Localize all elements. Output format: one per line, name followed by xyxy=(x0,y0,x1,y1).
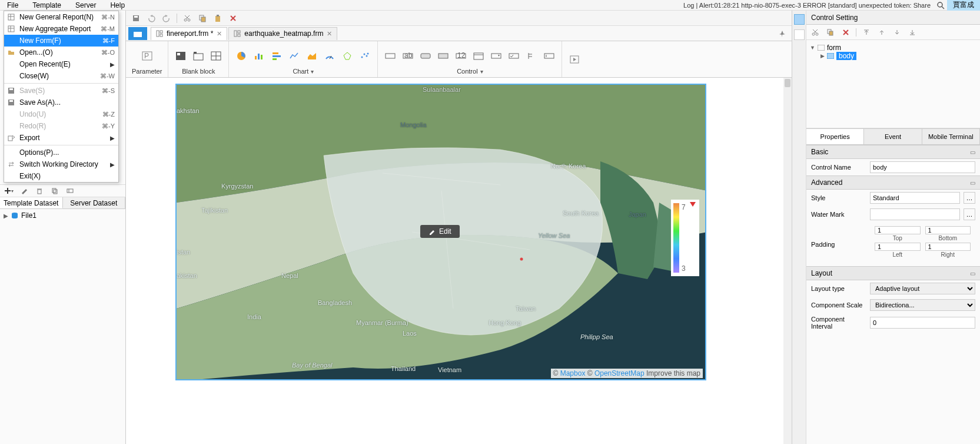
move-down-icon[interactable] xyxy=(892,27,902,38)
section-advanced[interactable]: Advanced▭ xyxy=(806,175,980,190)
home-tab[interactable] xyxy=(128,27,147,40)
pin-icon[interactable] xyxy=(779,30,789,37)
file-menu-item[interactable]: Switch Working Directory▶ xyxy=(4,158,118,170)
file-menu-item[interactable]: New General Report(N)⌘-N xyxy=(4,11,118,23)
scatter-chart-icon[interactable] xyxy=(358,49,371,62)
file-menu-item[interactable]: Exit(X) xyxy=(4,170,118,182)
padding-left-input[interactable] xyxy=(875,243,921,251)
component-interval-input[interactable] xyxy=(870,317,975,329)
checkcombo-icon[interactable] xyxy=(507,49,520,62)
rail-button-other[interactable] xyxy=(794,29,805,40)
file-menu-item[interactable]: Options(P)... xyxy=(4,147,118,158)
radar-chart-icon[interactable] xyxy=(341,49,354,62)
padding-bottom-input[interactable] xyxy=(925,226,971,234)
ctrl-delete-icon[interactable] xyxy=(841,27,851,38)
ribbon-parameter[interactable]: P Parameter xyxy=(126,41,168,77)
user-badge[interactable]: 賈富成 xyxy=(947,0,980,11)
style-browse-button[interactable]: … xyxy=(964,192,975,204)
paste-icon[interactable] xyxy=(212,13,223,24)
padding-right-input[interactable] xyxy=(925,243,971,251)
canvas-scrollbar[interactable] xyxy=(783,78,792,444)
cut-icon[interactable] xyxy=(182,13,192,24)
rail-button-control[interactable] xyxy=(794,14,805,25)
tab-properties[interactable]: Properties xyxy=(806,129,864,144)
ribbon-preview[interactable] xyxy=(562,41,587,77)
block-tab-icon[interactable] xyxy=(192,49,205,62)
file-menu-item[interactable]: Open...(O)⌘-O xyxy=(4,47,118,58)
close-tab-icon[interactable]: ✕ xyxy=(217,30,222,38)
move-top-icon[interactable] xyxy=(861,27,872,38)
close-tab-icon[interactable]: ✕ xyxy=(327,30,332,38)
mapbox-link[interactable]: Mapbox xyxy=(560,369,586,377)
add-dataset-icon[interactable]: ▾ xyxy=(4,185,14,196)
file-menu-item[interactable]: Save As(A)... xyxy=(4,97,118,108)
gauge-chart-icon[interactable] xyxy=(323,49,336,62)
tab-event[interactable]: Event xyxy=(864,129,922,144)
osm-link[interactable]: OpenStreetMap xyxy=(594,369,645,377)
edit-dataset-icon[interactable] xyxy=(19,185,29,196)
date-icon[interactable] xyxy=(472,49,485,62)
style-input[interactable] xyxy=(870,192,960,204)
move-bottom-icon[interactable] xyxy=(907,27,918,38)
button2-icon[interactable] xyxy=(437,49,450,62)
file-menu-item[interactable]: Redo(R)⌘-Y xyxy=(4,120,118,132)
treecombo-icon[interactable] xyxy=(543,49,556,62)
chevron-down-icon[interactable]: ▾ xyxy=(480,68,483,75)
block-grid-icon[interactable] xyxy=(210,49,222,62)
menu-file[interactable]: File xyxy=(0,0,25,11)
design-canvas[interactable]: MongoliaakhstanKyrgyzstanTajikistanistan… xyxy=(126,78,792,444)
hbar-chart-icon[interactable] xyxy=(270,49,283,62)
label-icon[interactable]: ab xyxy=(401,49,414,62)
delete-dataset-icon[interactable] xyxy=(34,185,45,196)
copy-icon[interactable] xyxy=(197,13,208,24)
tree-node-body[interactable]: ▶ body xyxy=(810,52,976,60)
tree-node-form[interactable]: ▼ form xyxy=(810,44,976,52)
dataset-node-file1[interactable]: ▶ File1 xyxy=(4,211,122,220)
file-menu-item[interactable]: Save(S)⌘-S xyxy=(4,85,118,97)
section-layout[interactable]: Layout▭ xyxy=(806,266,980,280)
copy-dataset-icon[interactable] xyxy=(49,185,60,196)
text-field-icon[interactable] xyxy=(384,49,397,62)
area-chart-icon[interactable] xyxy=(305,49,318,62)
file-menu-item[interactable]: Undo(U)⌘-Z xyxy=(4,108,118,120)
padding-top-input[interactable] xyxy=(875,226,921,234)
watermark-browse-button[interactable]: … xyxy=(964,208,975,220)
pie-chart-icon[interactable] xyxy=(235,49,248,62)
combo-icon[interactable] xyxy=(490,49,503,62)
delete-icon[interactable] xyxy=(228,13,238,24)
map-chart-block[interactable]: MongoliaakhstanKyrgyzstanTajikistanistan… xyxy=(175,84,706,380)
search-icon[interactable] xyxy=(934,0,947,11)
file-menu-item[interactable]: New Aggregate Report⌘-M xyxy=(4,23,118,35)
file-menu-item[interactable]: Export▶ xyxy=(4,132,118,144)
tab-server-dataset[interactable]: Server Dataset xyxy=(63,197,126,208)
menu-server[interactable]: Server xyxy=(68,0,103,11)
preview-dataset-icon[interactable] xyxy=(65,185,75,196)
control-name-input[interactable] xyxy=(870,161,975,173)
doc-tab-earthquake[interactable]: earthquake_heatmap.frm ✕ xyxy=(228,27,337,40)
move-up-icon[interactable] xyxy=(876,27,887,38)
number-icon[interactable]: 12 xyxy=(454,49,467,62)
tab-mobile[interactable]: Mobile Terminal xyxy=(922,129,980,144)
redo-icon[interactable] xyxy=(161,13,172,24)
layout-type-select[interactable]: Adaptive layout xyxy=(870,283,975,294)
menu-template[interactable]: Template xyxy=(25,0,68,11)
file-menu-item[interactable]: Open Recent(E)▶ xyxy=(4,58,118,70)
chevron-down-icon[interactable]: ▾ xyxy=(311,68,314,75)
ctrl-cut-icon[interactable] xyxy=(810,27,820,38)
section-basic[interactable]: Basic▭ xyxy=(806,145,980,159)
edit-overlay-button[interactable]: Edit xyxy=(420,225,460,238)
bar-chart-icon[interactable] xyxy=(253,49,265,62)
file-menu-item[interactable]: New Form(F)⌘-F xyxy=(4,35,118,47)
menu-help[interactable]: Help xyxy=(103,0,132,11)
block-abs-icon[interactable] xyxy=(174,49,187,62)
ctrl-copy-icon[interactable] xyxy=(825,27,836,38)
component-scale-select[interactable]: Bidirectiona... xyxy=(870,299,975,311)
tree-icon[interactable] xyxy=(525,49,538,62)
button-icon[interactable] xyxy=(419,49,432,62)
undo-icon[interactable] xyxy=(146,13,157,24)
file-menu-item[interactable]: Close(W)⌘-W xyxy=(4,70,118,82)
doc-tab-finereport[interactable]: finereport.frm * ✕ xyxy=(151,27,227,40)
line-chart-icon[interactable] xyxy=(288,49,301,62)
watermark-input[interactable] xyxy=(870,208,960,220)
tab-template-dataset[interactable]: Template Dataset xyxy=(0,197,63,208)
